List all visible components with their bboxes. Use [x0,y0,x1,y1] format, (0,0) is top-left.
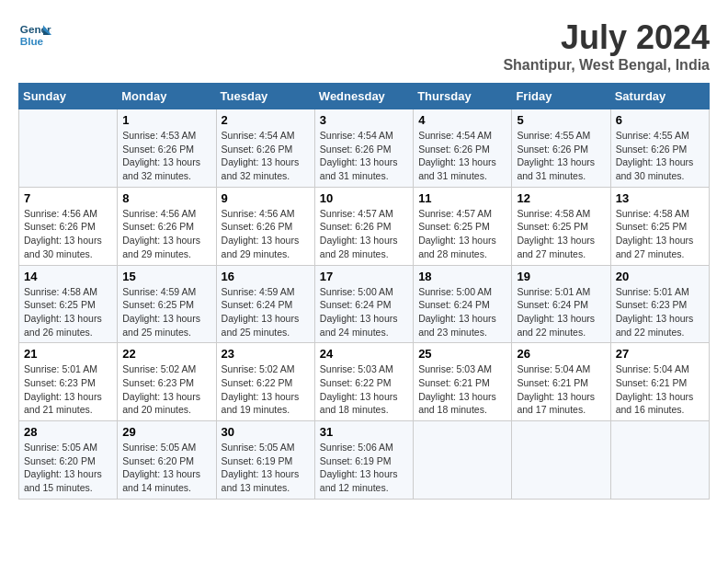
svg-text:Blue: Blue [20,35,44,47]
calendar-cell: 10Sunrise: 4:57 AMSunset: 6:26 PMDayligh… [314,187,413,265]
calendar-cell [610,421,709,500]
header-sunday: Sunday [19,84,118,109]
calendar-cell: 15Sunrise: 4:59 AMSunset: 6:25 PMDayligh… [118,265,216,343]
calendar-cell: 28Sunrise: 5:05 AMSunset: 6:20 PMDayligh… [19,421,118,500]
day-info: Sunrise: 4:58 AMSunset: 6:25 PMDaylight:… [616,207,704,261]
day-number: 2 [222,113,310,127]
day-info: Sunrise: 4:58 AMSunset: 6:25 PMDaylight:… [24,285,112,339]
day-info: Sunrise: 4:59 AMSunset: 6:25 PMDaylight:… [122,285,210,339]
day-number: 9 [222,191,310,205]
calendar-table: SundayMondayTuesdayWednesdayThursdayFrid… [18,83,710,500]
day-info: Sunrise: 4:59 AMSunset: 6:24 PMDaylight:… [222,285,310,339]
calendar-cell: 11Sunrise: 4:57 AMSunset: 6:25 PMDayligh… [414,187,512,265]
day-info: Sunrise: 5:01 AMSunset: 6:23 PMDaylight:… [24,362,112,417]
day-info: Sunrise: 5:01 AMSunset: 6:23 PMDaylight:… [616,285,704,339]
calendar-cell: 7Sunrise: 4:56 AMSunset: 6:26 PMDaylight… [19,187,118,265]
calendar-cell [512,421,610,500]
calendar-cell: 8Sunrise: 4:56 AMSunset: 6:26 PMDaylight… [118,187,216,265]
calendar-cell: 3Sunrise: 4:54 AMSunset: 6:26 PMDaylight… [314,109,413,188]
calendar-cell: 4Sunrise: 4:54 AMSunset: 6:26 PMDaylight… [414,109,512,188]
day-info: Sunrise: 5:06 AMSunset: 6:19 PMDaylight:… [320,441,408,495]
day-info: Sunrise: 5:05 AMSunset: 6:20 PMDaylight:… [24,441,112,495]
month-year-title: July 2024 [503,18,710,57]
day-info: Sunrise: 4:54 AMSunset: 6:26 PMDaylight:… [320,129,408,183]
day-number: 5 [517,113,605,127]
day-info: Sunrise: 4:57 AMSunset: 6:25 PMDaylight:… [418,207,506,261]
calendar-cell: 13Sunrise: 4:58 AMSunset: 6:25 PMDayligh… [610,187,709,265]
header-thursday: Thursday [414,84,512,109]
day-number: 8 [122,191,210,205]
day-info: Sunrise: 5:05 AMSunset: 6:20 PMDaylight:… [122,441,210,495]
title-section: July 2024 Shantipur, West Bengal, India [503,18,710,74]
logo: General Blue [18,18,51,52]
week-row-3: 14Sunrise: 4:58 AMSunset: 6:25 PMDayligh… [19,265,710,343]
calendar-cell: 30Sunrise: 5:05 AMSunset: 6:19 PMDayligh… [216,421,314,500]
day-info: Sunrise: 4:57 AMSunset: 6:26 PMDaylight:… [320,207,408,261]
day-info: Sunrise: 4:56 AMSunset: 6:26 PMDaylight:… [222,207,310,261]
calendar-cell: 23Sunrise: 5:02 AMSunset: 6:22 PMDayligh… [216,343,314,421]
day-number: 4 [418,113,506,127]
calendar-cell [414,421,512,500]
calendar-cell: 22Sunrise: 5:02 AMSunset: 6:23 PMDayligh… [118,343,216,421]
day-info: Sunrise: 4:58 AMSunset: 6:25 PMDaylight:… [517,207,605,261]
day-number: 22 [122,347,210,361]
day-info: Sunrise: 5:02 AMSunset: 6:22 PMDaylight:… [222,362,310,417]
day-info: Sunrise: 4:55 AMSunset: 6:26 PMDaylight:… [517,129,605,183]
week-row-1: 1Sunrise: 4:53 AMSunset: 6:26 PMDaylight… [19,109,710,188]
day-info: Sunrise: 5:04 AMSunset: 6:21 PMDaylight:… [616,362,704,417]
day-number: 12 [517,191,605,205]
location-subtitle: Shantipur, West Bengal, India [503,57,710,74]
week-row-5: 28Sunrise: 5:05 AMSunset: 6:20 PMDayligh… [19,421,710,500]
day-number: 17 [320,270,408,283]
week-row-4: 21Sunrise: 5:01 AMSunset: 6:23 PMDayligh… [19,343,710,421]
day-info: Sunrise: 5:03 AMSunset: 6:22 PMDaylight:… [320,362,408,417]
calendar-cell: 17Sunrise: 5:00 AMSunset: 6:24 PMDayligh… [314,265,413,343]
day-number: 29 [122,425,210,439]
day-info: Sunrise: 5:00 AMSunset: 6:24 PMDaylight:… [418,285,506,339]
day-info: Sunrise: 5:05 AMSunset: 6:19 PMDaylight:… [222,441,310,495]
calendar-cell: 29Sunrise: 5:05 AMSunset: 6:20 PMDayligh… [118,421,216,500]
day-info: Sunrise: 4:56 AMSunset: 6:26 PMDaylight:… [24,207,112,261]
day-info: Sunrise: 4:56 AMSunset: 6:26 PMDaylight:… [122,207,210,261]
day-info: Sunrise: 5:03 AMSunset: 6:21 PMDaylight:… [418,362,506,417]
calendar-header-row: SundayMondayTuesdayWednesdayThursdayFrid… [19,84,710,109]
day-number: 1 [122,113,210,127]
calendar-cell: 18Sunrise: 5:00 AMSunset: 6:24 PMDayligh… [414,265,512,343]
day-number: 21 [24,347,112,361]
calendar-cell: 24Sunrise: 5:03 AMSunset: 6:22 PMDayligh… [314,343,413,421]
day-number: 14 [24,270,112,283]
day-number: 15 [122,270,210,283]
day-number: 28 [24,425,112,439]
day-number: 7 [24,191,112,205]
day-number: 25 [418,347,506,361]
calendar-cell [19,109,118,188]
calendar-cell: 9Sunrise: 4:56 AMSunset: 6:26 PMDaylight… [216,187,314,265]
calendar-cell: 1Sunrise: 4:53 AMSunset: 6:26 PMDaylight… [118,109,216,188]
calendar-cell: 16Sunrise: 4:59 AMSunset: 6:24 PMDayligh… [216,265,314,343]
day-number: 6 [616,113,704,127]
day-number: 24 [320,347,408,361]
calendar-cell: 19Sunrise: 5:01 AMSunset: 6:24 PMDayligh… [512,265,610,343]
calendar-cell: 26Sunrise: 5:04 AMSunset: 6:21 PMDayligh… [512,343,610,421]
day-number: 26 [517,347,605,361]
day-info: Sunrise: 5:02 AMSunset: 6:23 PMDaylight:… [122,362,210,417]
header-friday: Friday [512,84,610,109]
header-tuesday: Tuesday [216,84,314,109]
day-number: 3 [320,113,408,127]
day-number: 11 [418,191,506,205]
calendar-cell: 14Sunrise: 4:58 AMSunset: 6:25 PMDayligh… [19,265,118,343]
day-number: 31 [320,425,408,439]
day-number: 19 [517,270,605,283]
day-info: Sunrise: 4:55 AMSunset: 6:26 PMDaylight:… [616,129,704,183]
calendar-cell: 20Sunrise: 5:01 AMSunset: 6:23 PMDayligh… [610,265,709,343]
calendar-cell: 6Sunrise: 4:55 AMSunset: 6:26 PMDaylight… [610,109,709,188]
calendar-cell: 21Sunrise: 5:01 AMSunset: 6:23 PMDayligh… [19,343,118,421]
day-number: 27 [616,347,704,361]
day-info: Sunrise: 5:04 AMSunset: 6:21 PMDaylight:… [517,362,605,417]
header-wednesday: Wednesday [314,84,413,109]
header-monday: Monday [118,84,216,109]
calendar-cell: 31Sunrise: 5:06 AMSunset: 6:19 PMDayligh… [314,421,413,500]
week-row-2: 7Sunrise: 4:56 AMSunset: 6:26 PMDaylight… [19,187,710,265]
calendar-cell: 5Sunrise: 4:55 AMSunset: 6:26 PMDaylight… [512,109,610,188]
day-info: Sunrise: 5:00 AMSunset: 6:24 PMDaylight:… [320,285,408,339]
